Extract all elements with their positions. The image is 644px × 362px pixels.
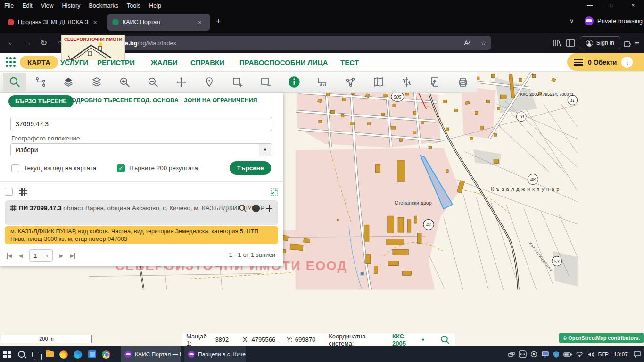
current-view-checkbox[interactable] (11, 164, 19, 172)
osm-attribution[interactable]: © OpenStreetMap contributors. (559, 333, 644, 343)
battery-icon[interactable] (563, 351, 572, 358)
menu-file[interactable]: File (0, 2, 18, 9)
tool-route-nodes[interactable] (26, 73, 55, 91)
menu-history[interactable]: History (58, 2, 85, 9)
extensions-icon[interactable] (623, 39, 632, 47)
nav-spravki[interactable]: СПРАВКИ (190, 58, 224, 66)
tool-export[interactable] (421, 73, 449, 91)
result-item[interactable]: ПИ 37099.47.3 област Варна, община Аксак… (5, 200, 278, 225)
app-menu-icon[interactable]: ≡ (635, 38, 639, 48)
tool-search[interactable] (3, 73, 26, 91)
tab-geodetic-base[interactable]: ГЕОД. ОСНОВА (133, 97, 179, 104)
apps-grid-icon[interactable] (6, 57, 16, 67)
nav-test[interactable]: ТЕСТ (340, 58, 359, 66)
tab1-close-icon[interactable]: × (93, 19, 97, 26)
menu-edit[interactable]: Edit (18, 2, 37, 9)
photos-app-icon[interactable] (85, 346, 99, 362)
camera-tray-icon[interactable] (530, 350, 538, 358)
menu-view[interactable]: View (37, 2, 58, 9)
taskbar-window-kais[interactable]: КАИС Портал — Mo... (121, 346, 181, 362)
back-icon[interactable]: ← (4, 38, 20, 48)
menu-tools[interactable]: Tools (123, 2, 145, 9)
menu-help[interactable]: Help (145, 2, 165, 9)
window-restore-button[interactable]: □ (601, 0, 622, 11)
chrome-icon[interactable] (99, 346, 113, 362)
objects-badge[interactable]: 0 Обекти ↓ (567, 53, 644, 71)
first200-checkbox[interactable]: ✓ (117, 164, 125, 172)
action-center-icon[interactable] (633, 351, 641, 358)
wifi-icon[interactable] (576, 351, 584, 357)
clock[interactable]: 13:07 (614, 351, 628, 358)
bookmark-star-icon[interactable]: ☆ (480, 39, 487, 47)
tool-layer-select[interactable] (55, 73, 83, 91)
tab-restriction-zones[interactable]: ЗОНИ НА ОГРАНИЧЕНИЯ (184, 97, 257, 104)
library-icon[interactable] (552, 39, 561, 47)
page-last-button[interactable]: ▶ (70, 253, 75, 259)
nav-zhalbi[interactable]: ЖАЛБИ (151, 58, 178, 66)
list-all-tabs-icon[interactable]: ∨ (570, 17, 574, 25)
tool-map-sheets[interactable] (364, 73, 393, 91)
select-all-checkbox[interactable] (5, 188, 13, 196)
window-minimize-button[interactable]: — (579, 0, 601, 11)
result-zoom-icon[interactable] (239, 204, 247, 213)
teamviewer-icon[interactable] (519, 350, 527, 358)
result-info-icon[interactable] (252, 204, 260, 213)
tool-polygon[interactable] (336, 73, 364, 91)
sign-in-button[interactable]: Sign in (580, 36, 620, 49)
volume-icon[interactable] (587, 351, 595, 358)
tab2-close-icon[interactable]: × (198, 19, 202, 26)
page-next-button[interactable]: ▶ (59, 253, 63, 259)
coordinates-search-icon[interactable] (440, 335, 450, 345)
new-tab-button[interactable]: + (216, 16, 221, 26)
geo-position-select[interactable]: Избери ▼ (10, 143, 272, 156)
task-view-icon[interactable] (28, 346, 42, 362)
search-button[interactable]: Търсене (230, 161, 271, 175)
tray-app-icon[interactable] (508, 351, 515, 358)
taskbar-window-parceli[interactable]: Парцели в с. Кичево... (184, 346, 246, 362)
page-prev-button[interactable]: ◀ (18, 253, 22, 259)
tool-zoom-in[interactable] (111, 73, 139, 91)
taskbar-search-icon[interactable] (14, 346, 28, 362)
tool-layers[interactable] (83, 73, 111, 91)
browser-tab-1[interactable]: Продава ЗЕМЕДЕЛСКА ЗЕМЯ в × (3, 14, 103, 31)
page-first-button[interactable]: ◀ (7, 253, 12, 259)
start-button[interactable] (0, 346, 14, 362)
reload-icon[interactable]: ↻ (36, 38, 52, 48)
security-shield-icon[interactable] (553, 351, 560, 358)
tab-quick-search[interactable]: БЪРЗО ТЪРСЕНЕ (8, 95, 74, 107)
display-tray-icon[interactable] (541, 351, 549, 358)
menu-bookmarks[interactable]: Bookmarks (84, 2, 123, 9)
tool-extent-add[interactable] (223, 73, 252, 91)
geo-select-caret-icon[interactable]: ▼ (259, 144, 271, 156)
file-explorer-icon[interactable] (42, 346, 57, 362)
page-select[interactable]: 1 ∨ (29, 249, 53, 262)
nav-karta-active[interactable]: КАРТА (20, 56, 58, 69)
crs-select[interactable]: ККС 2005 (392, 333, 418, 347)
nav-pravosposobni[interactable]: ПРАВОСПОСОБНИ ЛИЦА (239, 58, 328, 66)
address-bar[interactable]: kais.cadastre.bg/bg/Map/Index ☆ (74, 36, 491, 50)
tab-detailed-search[interactable]: ПОДРОБНО ТЪРСЕНЕ (67, 97, 132, 104)
tool-location-pin[interactable] (195, 73, 223, 91)
crs-caret-icon[interactable]: ▼ (421, 337, 425, 342)
tool-coordinate-grid[interactable] (393, 73, 421, 91)
language-indicator[interactable]: БГР (598, 351, 609, 358)
tool-print[interactable] (449, 73, 477, 91)
result-add-icon[interactable] (265, 204, 273, 213)
tool-zoom-out[interactable] (139, 73, 167, 91)
firefox-icon[interactable] (57, 346, 71, 362)
expand-results-icon[interactable] (271, 188, 278, 196)
translate-icon[interactable] (463, 40, 471, 46)
tool-extent-remove[interactable] (252, 73, 280, 91)
window-close-button[interactable]: × (622, 0, 644, 11)
edge-icon[interactable] (71, 346, 85, 362)
forward-icon[interactable]: → (20, 38, 36, 48)
tool-measure[interactable] (308, 73, 336, 91)
browser-tab-2-active[interactable]: КАИС Портал × (107, 14, 210, 31)
tool-info[interactable] (280, 73, 308, 91)
sidebar-icon[interactable] (566, 39, 575, 47)
tool-pan[interactable] (167, 73, 196, 91)
scale-value: 3892 (215, 336, 229, 343)
search-input[interactable] (10, 117, 272, 131)
firefox-private-icon (124, 351, 132, 358)
objects-download-icon[interactable]: ↓ (621, 57, 633, 68)
